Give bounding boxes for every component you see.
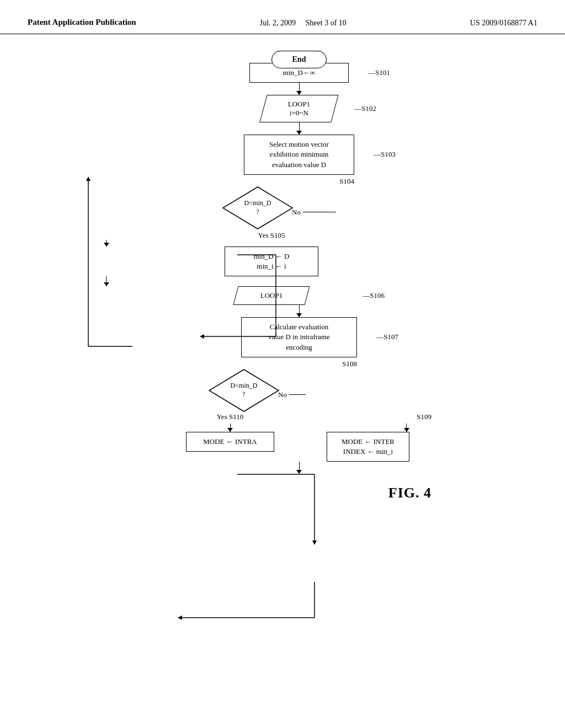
s101-label: —S101 — [368, 68, 390, 77]
yes-label-1: Yes S105 — [258, 231, 285, 240]
s104-diamond: D<min_D? — [222, 186, 294, 230]
no-line-1 — [303, 212, 336, 212]
s108-branches: Yes S110 MODE ← INTRA S109 MODE ← INTERI… — [161, 413, 437, 462]
s108-row: D<min_D? No — [189, 368, 409, 413]
s110-box: MODE ← INTRA — [186, 432, 274, 452]
s108-pre-label: S108 — [241, 360, 357, 368]
s104-pre-label: S104 — [244, 177, 354, 186]
s103-box: Select motion vectorexhibition minimumev… — [244, 135, 354, 175]
s107-box: Calculate evaluationvalue D in intrafram… — [241, 317, 357, 357]
arrow-5 — [106, 276, 106, 286]
arrow-s109-v — [406, 424, 407, 432]
s108-text: D<min_D? — [208, 368, 280, 413]
fig-label: FIG. 4 — [388, 485, 431, 501]
publication-number: US 2009/0168877 A1 — [470, 17, 537, 28]
s102-box: LOOP1i=0~N — [259, 95, 338, 122]
publication-date: Jul. 2, 2009 Sheet 3 of 10 — [260, 17, 347, 28]
s107-row: Calculate evaluationvalue D in intrafram… — [241, 317, 357, 357]
end-node: End — [271, 51, 327, 68]
s102-label: —S102 — [354, 104, 376, 113]
arrow-3 — [299, 122, 300, 135]
s106-row: LOOP1 —S106 — [291, 286, 307, 305]
s109-branch: S109 MODE ← INTERINDEX ← min_i — [299, 413, 437, 462]
arrow-6 — [299, 305, 300, 317]
arrow-2 — [299, 83, 300, 95]
s110-yes-label: Yes S110 — [217, 413, 243, 421]
flowchart: Start min_D←∞ —S101 LOOP1i=0~N —S102 Sel… — [161, 51, 437, 474]
s109-label: S109 — [417, 413, 437, 421]
arrow-head-merge — [178, 615, 182, 620]
arrow-head-s108-no — [312, 540, 317, 545]
page-header: Patent Application Publication Jul. 2, 2… — [0, 0, 565, 34]
s104-no-branch: No — [292, 208, 336, 217]
s110-branch: Yes S110 MODE ← INTRA — [161, 413, 299, 452]
arrow-4 — [106, 240, 106, 247]
diagram-area: Start min_D←∞ —S101 LOOP1i=0~N —S102 Sel… — [0, 34, 565, 501]
s103-row: Select motion vectorexhibition minimumev… — [244, 135, 354, 175]
s106-text: LOOP1 — [247, 291, 296, 300]
s102-text: LOOP1i=0~N — [275, 100, 323, 117]
arrow-end — [299, 462, 300, 474]
publication-title: Patent Application Publication — [28, 17, 136, 28]
s105-box: min_D ← Dmin_i ← i — [225, 247, 318, 276]
arrow-s110 — [230, 424, 231, 432]
s104-yes-section: Yes S105 — [258, 230, 285, 240]
s104-text: D<min_D? — [222, 186, 294, 230]
s105-label-inline: S105 — [270, 231, 285, 240]
s102-row: LOOP1i=0~N —S102 — [263, 95, 335, 122]
s106-label: —S106 — [363, 291, 385, 300]
s104-row: D<min_D? No — [202, 186, 396, 230]
s105-row: min_D ← Dmin_i ← i — [225, 247, 318, 276]
s106-box: LOOP1 — [233, 286, 310, 305]
s107-label: —S107 — [376, 333, 398, 341]
s103-label: —S103 — [374, 150, 396, 159]
no-label-1: No — [292, 208, 301, 217]
s108-diamond: D<min_D? — [208, 368, 280, 413]
end-terminal: End — [271, 51, 327, 68]
s108-no-branch: No — [278, 390, 306, 399]
s109-box: MODE ← INTERINDEX ← min_i — [327, 432, 409, 462]
no-line-2 — [289, 394, 306, 395]
no-label-2: No — [278, 390, 287, 399]
fig-label-container: FIG. 4 — [89, 474, 476, 501]
